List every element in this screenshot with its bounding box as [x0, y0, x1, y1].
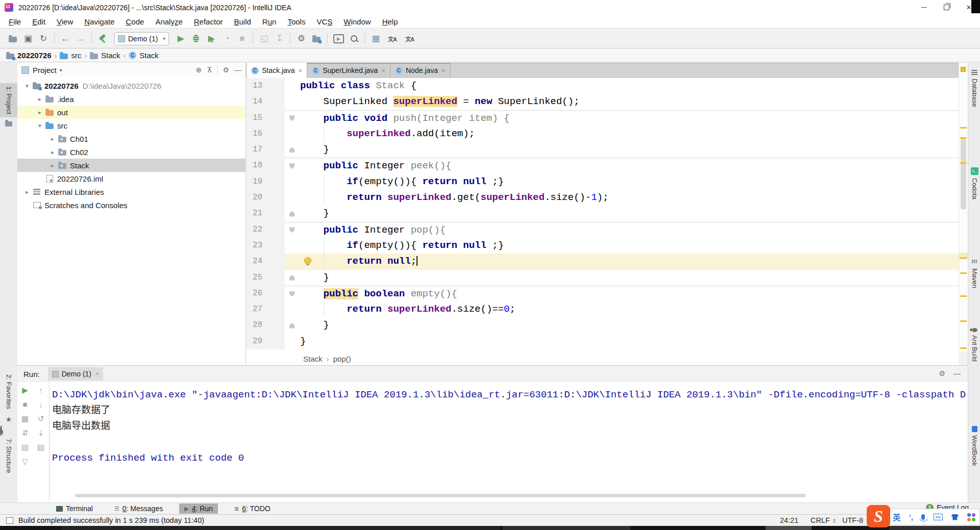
tree-chevron-icon[interactable]: ▾	[34, 122, 45, 129]
menu-item-navigate[interactable]: Navigate	[79, 16, 120, 28]
toolbar-tab-6TODO[interactable]: ≣6: TODO	[229, 503, 276, 514]
settings-wrench-button[interactable]: ⚙	[294, 32, 308, 45]
tree-row-Stack[interactable]: ▸Stack	[17, 159, 246, 172]
debug-button[interactable]	[189, 32, 203, 45]
line-number[interactable]: 26	[246, 286, 285, 301]
tree-row-src[interactable]: ▾src	[17, 119, 246, 132]
menu-item-view[interactable]: View	[51, 16, 79, 28]
tree-row--idea[interactable]: ▸.idea	[17, 92, 246, 106]
code-text[interactable]: superLinked.add(item);	[299, 126, 959, 142]
plugin-grid-button[interactable]: ▦	[369, 32, 383, 45]
code-text[interactable]: }	[299, 206, 959, 221]
update-application-button[interactable]: ↧	[272, 32, 286, 45]
clear-icon[interactable]: ▽	[22, 458, 28, 465]
stop-icon[interactable]: ■	[22, 400, 27, 408]
hide-panel-icon[interactable]: —	[234, 66, 241, 74]
line-number[interactable]: 28	[246, 317, 285, 333]
fold-open-icon[interactable]	[289, 291, 295, 297]
code-text[interactable]: if(empty()){ return null ;}	[299, 174, 959, 190]
menu-item-help[interactable]: Help	[377, 16, 404, 28]
prev-occurrence-icon[interactable]: ↑	[39, 386, 43, 394]
code-text[interactable]: public Integer peek(){	[299, 158, 959, 173]
stop-button[interactable]: ■	[235, 32, 249, 45]
sidebar-item-maven[interactable]: mMaven	[968, 257, 980, 288]
inspection-status-icon[interactable]	[961, 67, 966, 72]
menu-item-file[interactable]: File	[3, 16, 27, 28]
line-number[interactable]: 18	[246, 158, 285, 173]
code-text[interactable]: }	[299, 334, 959, 349]
code-text[interactable]: public boolean empty(){	[299, 286, 959, 301]
fold-close-icon[interactable]	[289, 275, 295, 281]
sidebar-item-favorites[interactable]: 2: Favorites	[0, 371, 17, 412]
code-text[interactable]: }	[299, 142, 959, 158]
tree-row-20220726-iml[interactable]: 20220726.iml	[17, 172, 246, 185]
translate-button[interactable]: 文A	[384, 32, 400, 45]
line-number[interactable]: 20	[246, 190, 285, 206]
print-icon[interactable]: ▤	[21, 443, 29, 451]
tree-chevron-icon[interactable]: ▸	[47, 136, 58, 142]
code-text[interactable]: public class Stack {	[299, 78, 959, 94]
build-project-button[interactable]	[95, 32, 110, 45]
editor-breadcrumb-item[interactable]: pop()	[333, 355, 351, 363]
tree-row-20220726[interactable]: ▾20220726D:\idea\Java\20220726	[17, 79, 246, 92]
sidebar-item-database[interactable]: Database	[968, 70, 980, 107]
run-anything-button[interactable]: ▶	[331, 32, 346, 45]
tree-row-out[interactable]: ▸out	[17, 106, 246, 119]
sidebar-item-structure[interactable]: 7: Structure	[0, 436, 17, 476]
editor-tab-Stack-java[interactable]: CStack.java×	[246, 63, 307, 78]
close-icon[interactable]: ×	[442, 67, 446, 74]
line-number[interactable]: 17	[246, 142, 285, 158]
code-text[interactable]: public Integer pop(){	[299, 222, 959, 238]
fold-open-icon[interactable]	[289, 163, 295, 169]
gear-icon[interactable]: ⚙	[939, 369, 945, 377]
ime-menu-icon[interactable]	[967, 513, 975, 521]
line-number[interactable]: 21	[246, 206, 285, 221]
fold-open-icon[interactable]	[289, 115, 295, 121]
translate-alt-button[interactable]: 文A	[401, 32, 418, 45]
minimize-button[interactable]	[913, 0, 935, 15]
run-with-coverage-button[interactable]: ▶	[204, 32, 218, 45]
next-occurrence-icon[interactable]: ↓	[39, 400, 43, 408]
collapse-all-icon[interactable]: ⊼	[207, 66, 212, 74]
editor-tab-Node-java[interactable]: CNode.java×	[390, 63, 451, 78]
restore-layout-icon[interactable]: ▦	[21, 415, 29, 422]
menu-item-edit[interactable]: Edit	[27, 16, 51, 28]
line-number[interactable]: 25	[246, 270, 285, 286]
run-tab-demo[interactable]: Demo (1) ×	[48, 367, 103, 381]
code-text[interactable]: }	[299, 317, 959, 333]
menu-item-code[interactable]: Code	[120, 16, 150, 28]
sidebar-item-ant-build[interactable]: Ant Build	[968, 328, 980, 362]
close-icon[interactable]: ×	[299, 67, 303, 74]
line-number[interactable]: 27	[246, 301, 285, 317]
skin-icon[interactable]	[951, 514, 959, 520]
project-structure-button[interactable]	[309, 32, 324, 45]
rerun-icon[interactable]: ▶	[22, 386, 28, 394]
star-icon[interactable]: ★	[0, 415, 17, 423]
caret-position[interactable]: 24:21	[780, 516, 798, 524]
attach-to-process-button[interactable]: ◱	[257, 32, 271, 45]
scrollbar-thumb[interactable]	[961, 138, 966, 210]
menu-item-vcs[interactable]: VCS	[311, 16, 338, 28]
run-console[interactable]: D:\JDK\jdk\bin\java.exe "-javaagent:D:\J…	[51, 382, 966, 490]
folder-icon[interactable]	[5, 121, 12, 127]
tree-row-Ch01[interactable]: ▸Ch01	[17, 132, 246, 145]
sidebar-item-wordbook[interactable]: WordBook	[968, 426, 980, 466]
print-console-icon[interactable]: ▤	[37, 443, 44, 451]
pin-icon[interactable]	[0, 425, 2, 436]
close-icon[interactable]: ×	[381, 67, 385, 74]
sogou-ime-logo[interactable]: S	[867, 505, 890, 527]
synchronize-button[interactable]: ↻	[36, 32, 51, 45]
fold-open-icon[interactable]	[289, 227, 295, 233]
tree-row-Scratches-and-Consoles[interactable]: Scratches and Consoles	[17, 198, 246, 212]
editor-tab-SuperLinked-java[interactable]: CSuperLinked.java×	[307, 63, 390, 78]
menu-item-analyze[interactable]: Analyze	[150, 16, 188, 28]
code-text[interactable]: if(empty()){ return null ;}	[299, 238, 959, 254]
sidebar-item-codota[interactable]: >_Codota	[968, 167, 980, 199]
run-config-combo[interactable]: Demo (1)▾	[114, 32, 169, 45]
scroll-to-end-icon[interactable]: ⇣	[38, 429, 44, 437]
line-number[interactable]: 15	[246, 110, 285, 126]
tree-chevron-icon[interactable]: ▸	[34, 96, 45, 103]
close-icon[interactable]: ×	[95, 370, 99, 377]
tree-row-External-Libraries[interactable]: ▸External Libraries	[17, 185, 246, 198]
locate-file-icon[interactable]: ⊕	[195, 66, 202, 74]
